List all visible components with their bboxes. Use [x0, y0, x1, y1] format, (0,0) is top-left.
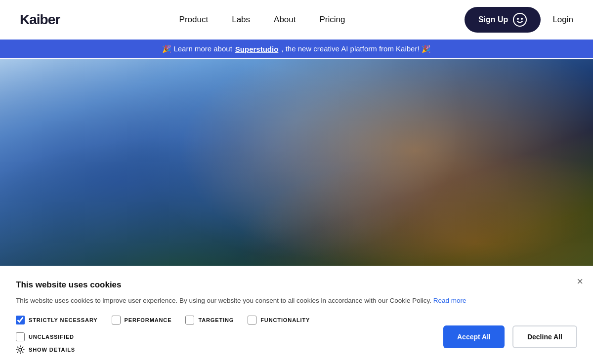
nav-product[interactable]: Product: [179, 15, 209, 25]
cookie-description-text: This website uses cookies to improve use…: [16, 297, 431, 304]
decline-all-button[interactable]: Decline All: [512, 325, 577, 348]
gear-icon: [16, 345, 25, 354]
svg-point-3: [19, 348, 22, 351]
checkbox-targeting-label: Targeting: [198, 317, 234, 323]
read-more-link[interactable]: Read more: [433, 297, 466, 304]
navbar-actions: Sign Up Login: [465, 7, 573, 33]
smiley-icon: [513, 13, 527, 27]
signup-label: Sign Up: [478, 15, 508, 24]
cookie-description: This website uses cookies to improve use…: [16, 296, 577, 306]
login-button[interactable]: Login: [552, 15, 573, 25]
checkbox-targeting[interactable]: Targeting: [185, 316, 234, 324]
signup-button[interactable]: Sign Up: [465, 7, 541, 33]
cookie-title: This website uses cookies: [16, 280, 577, 290]
show-details-label: Show Details: [29, 347, 75, 353]
superstudio-link[interactable]: Superstudio: [235, 45, 279, 53]
checkbox-strictly-label: Strictly Necessary: [29, 317, 98, 323]
svg-point-0: [513, 13, 526, 26]
checkbox-unclassified[interactable]: Unclassified: [16, 332, 74, 341]
nav-links: Product Labs About Pricing: [179, 15, 345, 25]
accept-all-button[interactable]: Accept All: [443, 325, 505, 348]
announcement-banner: 🎉 Learn more about Superstudio , the new…: [0, 40, 593, 58]
checkbox-unclassified-input[interactable]: [16, 332, 25, 341]
checkbox-functionality[interactable]: Functionality: [248, 316, 310, 324]
checkbox-strictly-input[interactable]: [16, 316, 25, 324]
cookie-checkboxes: Strictly Necessary Performance Targeting…: [16, 316, 577, 324]
svg-point-1: [517, 18, 519, 20]
cookie-buttons: Accept All Decline All: [443, 325, 577, 348]
checkbox-unclassified-label: Unclassified: [29, 334, 74, 340]
checkbox-targeting-input[interactable]: [185, 316, 194, 324]
checkbox-functionality-label: Functionality: [260, 317, 310, 323]
announcement-suffix: , the new creative AI platform from Kaib…: [281, 44, 430, 53]
checkbox-strictly[interactable]: Strictly Necessary: [16, 316, 98, 324]
close-cookie-button[interactable]: ×: [577, 276, 583, 287]
nav-labs[interactable]: Labs: [232, 15, 250, 25]
checkbox-performance-input[interactable]: [112, 316, 121, 324]
checkbox-performance-label: Performance: [125, 317, 172, 323]
logo[interactable]: Kaiber: [20, 12, 60, 28]
announcement-prefix: 🎉 Learn more about: [162, 44, 232, 53]
navbar: Kaiber Product Labs About Pricing Sign U…: [0, 0, 593, 40]
nav-about[interactable]: About: [274, 15, 296, 25]
cookie-consent: × This website uses cookies This website…: [0, 266, 593, 364]
checkbox-performance[interactable]: Performance: [112, 316, 172, 324]
nav-pricing[interactable]: Pricing: [320, 15, 345, 25]
svg-point-2: [521, 18, 523, 20]
show-details-button[interactable]: Show Details: [16, 345, 75, 354]
checkbox-functionality-input[interactable]: [248, 316, 256, 324]
